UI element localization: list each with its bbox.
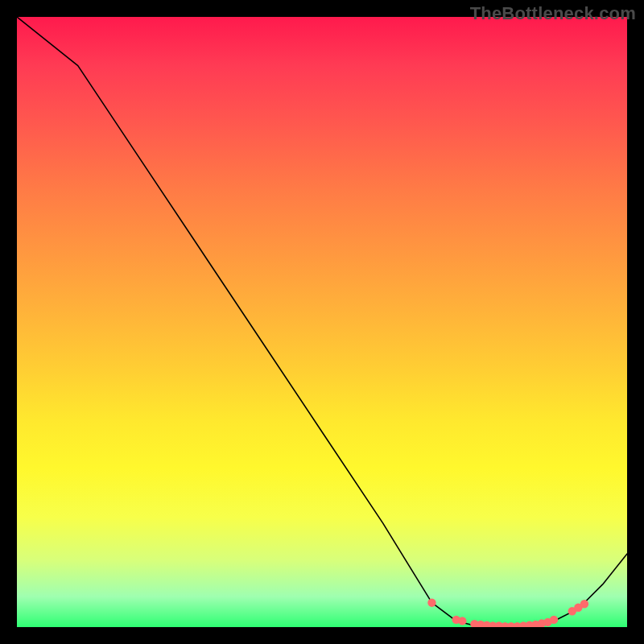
chart-svg (17, 17, 627, 627)
marker-dot (427, 598, 436, 606)
marker-dot (458, 617, 466, 625)
marker-dot (580, 600, 588, 608)
bottleneck-curve (17, 17, 627, 627)
marker-dot (550, 616, 558, 624)
chart-frame: TheBottleneck.com (0, 0, 644, 644)
watermark-text: TheBottleneck.com (470, 3, 636, 24)
highlight-markers (427, 598, 588, 627)
